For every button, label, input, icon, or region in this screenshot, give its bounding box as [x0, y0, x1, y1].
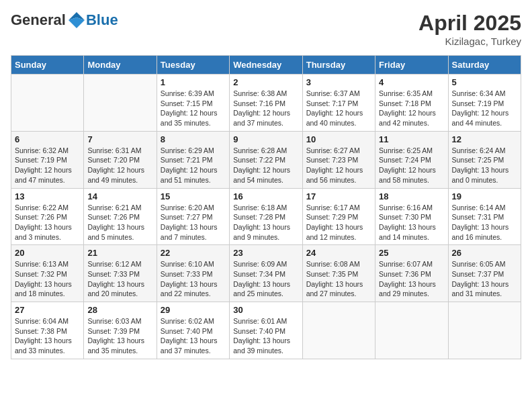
calendar-cell: 9Sunrise: 6:28 AMSunset: 7:22 PMDaylight… — [230, 131, 302, 188]
calendar-cell — [302, 302, 375, 359]
calendar-cell: 26Sunrise: 6:05 AMSunset: 7:37 PMDayligh… — [448, 245, 521, 302]
calendar-cell: 4Sunrise: 6:35 AMSunset: 7:18 PMDaylight… — [375, 75, 448, 132]
calendar-cell: 17Sunrise: 6:17 AMSunset: 7:29 PMDayligh… — [302, 188, 375, 245]
calendar-cell: 7Sunrise: 6:31 AMSunset: 7:20 PMDaylight… — [84, 131, 157, 188]
day-info: Sunrise: 6:05 AMSunset: 7:37 PMDaylight:… — [452, 259, 517, 299]
day-number: 9 — [233, 134, 298, 144]
calendar-cell: 13Sunrise: 6:22 AMSunset: 7:26 PMDayligh… — [11, 188, 84, 245]
day-number: 2 — [233, 77, 298, 87]
day-number: 6 — [15, 134, 80, 144]
day-number: 7 — [87, 134, 152, 144]
day-info: Sunrise: 6:22 AMSunset: 7:26 PMDaylight:… — [15, 203, 80, 242]
title-block: April 2025 Kizilagac, Turkey — [418, 11, 521, 47]
main-title: April 2025 — [418, 11, 521, 36]
day-number: 11 — [379, 134, 444, 144]
page-header: General Blue April 2025 Kizilagac, Turke… — [11, 11, 521, 47]
day-number: 5 — [452, 77, 517, 87]
calendar-cell: 5Sunrise: 6:34 AMSunset: 7:19 PMDaylight… — [448, 75, 521, 132]
calendar-week-row: 27Sunrise: 6:04 AMSunset: 7:38 PMDayligh… — [11, 302, 521, 359]
day-info: Sunrise: 6:16 AMSunset: 7:30 PMDaylight:… — [379, 203, 444, 242]
calendar-cell: 23Sunrise: 6:09 AMSunset: 7:34 PMDayligh… — [230, 245, 302, 302]
calendar-cell: 2Sunrise: 6:38 AMSunset: 7:16 PMDaylight… — [230, 75, 302, 132]
calendar-cell: 14Sunrise: 6:21 AMSunset: 7:26 PMDayligh… — [84, 188, 157, 245]
day-info: Sunrise: 6:02 AMSunset: 7:40 PMDaylight:… — [161, 316, 226, 356]
day-info: Sunrise: 6:18 AMSunset: 7:28 PMDaylight:… — [233, 203, 298, 242]
logo-blue-text: Blue — [86, 11, 118, 29]
day-info: Sunrise: 6:01 AMSunset: 7:40 PMDaylight:… — [233, 316, 298, 356]
day-info: Sunrise: 6:28 AMSunset: 7:22 PMDaylight:… — [233, 146, 298, 185]
day-number: 26 — [452, 248, 517, 258]
day-number: 18 — [379, 191, 444, 201]
calendar-cell: 29Sunrise: 6:02 AMSunset: 7:40 PMDayligh… — [157, 302, 229, 359]
day-info: Sunrise: 6:37 AMSunset: 7:17 PMDaylight:… — [306, 89, 371, 128]
calendar-cell: 3Sunrise: 6:37 AMSunset: 7:17 PMDaylight… — [302, 75, 375, 132]
day-info: Sunrise: 6:32 AMSunset: 7:19 PMDaylight:… — [15, 146, 80, 185]
col-header-sunday: Sunday — [11, 56, 84, 75]
day-number: 28 — [87, 305, 152, 315]
day-info: Sunrise: 6:12 AMSunset: 7:33 PMDaylight:… — [87, 259, 152, 299]
logo-general-text: General — [11, 11, 66, 29]
day-number: 19 — [452, 191, 517, 201]
day-number: 10 — [306, 134, 371, 144]
calendar-cell: 30Sunrise: 6:01 AMSunset: 7:40 PMDayligh… — [230, 302, 302, 359]
day-info: Sunrise: 6:03 AMSunset: 7:39 PMDaylight:… — [87, 316, 152, 356]
day-number: 22 — [161, 248, 226, 258]
day-info: Sunrise: 6:29 AMSunset: 7:21 PMDaylight:… — [161, 146, 226, 185]
day-info: Sunrise: 6:34 AMSunset: 7:19 PMDaylight:… — [452, 89, 517, 128]
day-number: 12 — [452, 134, 517, 144]
day-number: 23 — [233, 248, 298, 258]
day-info: Sunrise: 6:20 AMSunset: 7:27 PMDaylight:… — [161, 203, 226, 242]
calendar-cell: 21Sunrise: 6:12 AMSunset: 7:33 PMDayligh… — [84, 245, 157, 302]
day-info: Sunrise: 6:31 AMSunset: 7:20 PMDaylight:… — [87, 146, 152, 185]
calendar-cell: 6Sunrise: 6:32 AMSunset: 7:19 PMDaylight… — [11, 131, 84, 188]
day-info: Sunrise: 6:14 AMSunset: 7:31 PMDaylight:… — [452, 203, 517, 242]
day-number: 16 — [233, 191, 298, 201]
calendar-cell — [84, 75, 157, 132]
calendar-week-row: 20Sunrise: 6:13 AMSunset: 7:32 PMDayligh… — [11, 245, 521, 302]
day-info: Sunrise: 6:04 AMSunset: 7:38 PMDaylight:… — [15, 316, 80, 356]
calendar-cell: 1Sunrise: 6:39 AMSunset: 7:15 PMDaylight… — [157, 75, 229, 132]
day-info: Sunrise: 6:17 AMSunset: 7:29 PMDaylight:… — [306, 203, 371, 242]
col-header-thursday: Thursday — [302, 56, 375, 75]
day-number: 13 — [15, 191, 80, 201]
day-number: 15 — [161, 191, 226, 201]
calendar-header-row: SundayMondayTuesdayWednesdayThursdayFrid… — [11, 56, 521, 75]
day-number: 25 — [379, 248, 444, 258]
calendar-cell: 10Sunrise: 6:27 AMSunset: 7:23 PMDayligh… — [302, 131, 375, 188]
day-number: 29 — [161, 305, 226, 315]
calendar-cell: 16Sunrise: 6:18 AMSunset: 7:28 PMDayligh… — [230, 188, 302, 245]
calendar-week-row: 1Sunrise: 6:39 AMSunset: 7:15 PMDaylight… — [11, 75, 521, 132]
calendar-cell: 28Sunrise: 6:03 AMSunset: 7:39 PMDayligh… — [84, 302, 157, 359]
calendar-cell — [375, 302, 448, 359]
calendar-cell — [448, 302, 521, 359]
day-number: 1 — [161, 77, 226, 87]
day-number: 21 — [87, 248, 152, 258]
day-info: Sunrise: 6:27 AMSunset: 7:23 PMDaylight:… — [306, 146, 371, 185]
day-number: 17 — [306, 191, 371, 201]
col-header-saturday: Saturday — [448, 56, 521, 75]
logo-icon — [67, 11, 86, 30]
day-info: Sunrise: 6:38 AMSunset: 7:16 PMDaylight:… — [233, 89, 298, 128]
calendar-week-row: 13Sunrise: 6:22 AMSunset: 7:26 PMDayligh… — [11, 188, 521, 245]
logo: General Blue — [11, 11, 118, 30]
day-info: Sunrise: 6:35 AMSunset: 7:18 PMDaylight:… — [379, 89, 444, 128]
calendar-cell: 25Sunrise: 6:07 AMSunset: 7:36 PMDayligh… — [375, 245, 448, 302]
calendar-cell: 11Sunrise: 6:25 AMSunset: 7:24 PMDayligh… — [375, 131, 448, 188]
col-header-wednesday: Wednesday — [230, 56, 302, 75]
day-number: 30 — [233, 305, 298, 315]
calendar-cell: 27Sunrise: 6:04 AMSunset: 7:38 PMDayligh… — [11, 302, 84, 359]
day-info: Sunrise: 6:09 AMSunset: 7:34 PMDaylight:… — [233, 259, 298, 299]
calendar-cell: 24Sunrise: 6:08 AMSunset: 7:35 PMDayligh… — [302, 245, 375, 302]
day-number: 8 — [161, 134, 226, 144]
day-info: Sunrise: 6:21 AMSunset: 7:26 PMDaylight:… — [87, 203, 152, 242]
calendar-week-row: 6Sunrise: 6:32 AMSunset: 7:19 PMDaylight… — [11, 131, 521, 188]
day-info: Sunrise: 6:13 AMSunset: 7:32 PMDaylight:… — [15, 259, 80, 299]
day-number: 24 — [306, 248, 371, 258]
calendar-cell: 19Sunrise: 6:14 AMSunset: 7:31 PMDayligh… — [448, 188, 521, 245]
calendar-cell: 15Sunrise: 6:20 AMSunset: 7:27 PMDayligh… — [157, 188, 229, 245]
day-info: Sunrise: 6:07 AMSunset: 7:36 PMDaylight:… — [379, 259, 444, 299]
calendar-cell: 20Sunrise: 6:13 AMSunset: 7:32 PMDayligh… — [11, 245, 84, 302]
calendar-cell: 18Sunrise: 6:16 AMSunset: 7:30 PMDayligh… — [375, 188, 448, 245]
col-header-tuesday: Tuesday — [157, 56, 229, 75]
day-info: Sunrise: 6:39 AMSunset: 7:15 PMDaylight:… — [161, 89, 226, 128]
